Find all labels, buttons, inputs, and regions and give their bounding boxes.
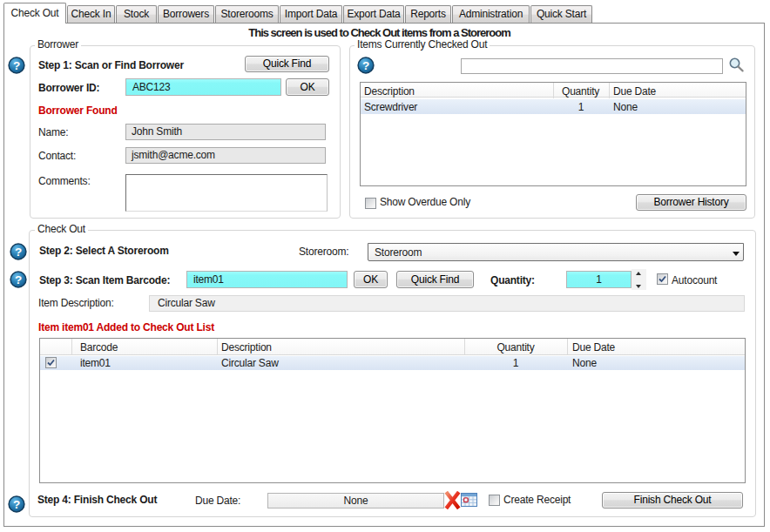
svg-text:?: ?: [15, 273, 22, 286]
svg-text:?: ?: [15, 246, 22, 259]
svg-text:?: ?: [13, 498, 20, 511]
svg-text:?: ?: [13, 59, 20, 72]
svg-text:?: ?: [362, 59, 369, 72]
